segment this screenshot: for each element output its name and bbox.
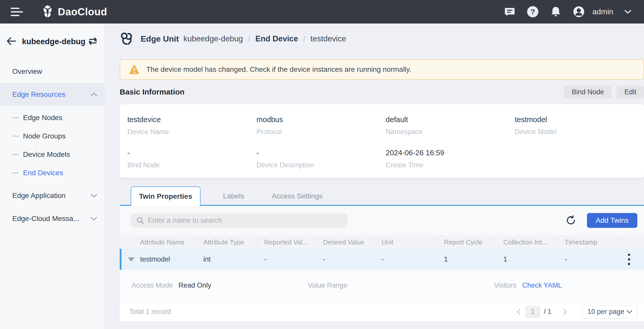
cell-desired-value: - (315, 255, 374, 263)
column-timestamp[interactable]: Timestamp (557, 238, 617, 247)
basic-information-card: testdeviceDevice Name modbusProtocol def… (120, 104, 644, 178)
dash-icon (12, 172, 19, 173)
column-reported-value[interactable]: Reported Val... (257, 238, 315, 247)
daocloud-logo-icon (41, 5, 54, 19)
sidebar-nav: Overview Edge Resources Edge Nodes Node … (0, 60, 105, 230)
field-protocol: modbusProtocol (257, 115, 386, 136)
edge-unit-title: kubeedge-debug (22, 37, 88, 46)
menu-toggle-icon[interactable] (11, 6, 24, 17)
bind-node-button[interactable]: Bind Node (564, 86, 612, 98)
check-yaml-link[interactable]: Check YAML (522, 281, 562, 289)
search-input[interactable] (131, 213, 348, 228)
tab-labels[interactable]: Labels (218, 186, 249, 206)
prev-page-icon[interactable] (512, 308, 525, 316)
visitors-label: Visitors (494, 281, 517, 289)
avatar[interactable] (573, 6, 585, 18)
chevron-up-icon (90, 92, 97, 97)
breadcrumb-section: Edge Unit (141, 34, 179, 44)
cell-unit: - (374, 255, 436, 263)
switch-unit-icon[interactable] (88, 36, 98, 47)
help-icon[interactable]: ? (527, 6, 539, 18)
table-row[interactable]: testmodel int - - - 1 1 - (120, 249, 644, 270)
column-collection-interval[interactable]: Collection Int... (496, 238, 557, 247)
column-attribute-name[interactable]: Attribute Name (120, 238, 196, 247)
notifications-bell-icon[interactable] (550, 6, 562, 18)
page-count: / 1 (544, 308, 551, 316)
basic-information-title: Basic Information (120, 88, 559, 96)
select-chevron-down-icon (626, 310, 632, 314)
message-icon[interactable] (504, 6, 516, 18)
add-twins-button[interactable]: Add Twins (587, 213, 637, 228)
user-name[interactable]: admin (592, 7, 613, 16)
sidebar-item-node-groups[interactable]: Node Groups (0, 127, 105, 145)
page-number-input[interactable]: 1 (525, 306, 540, 318)
sidebar-item-edge-application[interactable]: Edge Application (0, 184, 105, 207)
field-namespace: defaultNamespace (386, 115, 515, 136)
tab-access-settings[interactable]: Access Settings (267, 186, 328, 206)
access-mode-value: Read Only (179, 281, 211, 289)
breadcrumb: Edge Unit kubeedge-debug / End Device / … (120, 31, 644, 47)
cell-attribute-type: int (196, 255, 257, 263)
total-records: Total 1 record (129, 308, 512, 316)
breadcrumb-unit[interactable]: kubeedge-debug (183, 34, 243, 43)
main-content: Edge Unit kubeedge-debug / End Device / … (105, 24, 644, 329)
field-create-time: 2024-06-26 16:59Create Time (386, 149, 515, 169)
breadcrumb-end-device[interactable]: End Device (255, 34, 298, 43)
tab-twin-properties[interactable]: Twin Properties (131, 186, 201, 206)
brand-name: DaoCloud (58, 6, 107, 18)
field-device-model: testmodelDevice Model (515, 115, 644, 136)
row-actions-kebab-icon[interactable] (628, 253, 630, 265)
edit-button[interactable]: Edit (617, 86, 644, 98)
cell-timestamp: - (557, 255, 617, 263)
search-icon (136, 217, 145, 225)
column-unit[interactable]: Unit (374, 238, 436, 247)
cell-report-cycle: 1 (436, 255, 496, 263)
cell-collection-interval: 1 (496, 255, 557, 263)
field-device-description: -Device Description (257, 149, 386, 169)
refresh-icon[interactable] (565, 215, 576, 226)
dash-icon (12, 117, 19, 118)
row-detail: Access Mode Read Only Value Range Visito… (120, 270, 644, 302)
breadcrumb-current: testdevice (310, 34, 346, 43)
edge-unit-logo-icon (120, 32, 134, 46)
sidebar-item-end-devices[interactable]: End Devices (0, 164, 105, 182)
topbar: DaoCloud ? admin (0, 0, 644, 24)
column-report-cycle[interactable]: Report Cycle (436, 238, 496, 247)
field-bind-node: -Bind Node (127, 149, 257, 169)
cell-reported-value: - (257, 255, 315, 263)
sidebar-item-edge-resources[interactable]: Edge Resources (0, 83, 105, 106)
column-attribute-type[interactable]: Attribute Type (196, 238, 257, 247)
next-page-icon[interactable] (558, 308, 571, 316)
dash-icon (12, 136, 19, 137)
field-device-name: testdeviceDevice Name (127, 115, 257, 136)
collapse-row-icon[interactable] (128, 257, 135, 262)
chevron-down-icon (90, 193, 97, 198)
cell-attribute-name: testmodel (140, 255, 170, 263)
dash-icon (12, 154, 19, 155)
warning-banner: The device model has changed. Check if t… (120, 59, 644, 80)
access-mode-label: Access Mode (131, 281, 173, 289)
user-chevron-down-icon[interactable] (622, 6, 634, 18)
per-page-select[interactable]: 10 per page (582, 306, 637, 318)
warning-icon (129, 64, 140, 75)
column-actions (617, 238, 644, 247)
sidebar-item-edge-cloud-message[interactable]: Edge-Cloud Messa... (0, 207, 105, 230)
sidebar: kubeedge-debug Overview Edge Resources E… (0, 24, 105, 329)
table-footer: Total 1 record 1 / 1 10 per page (120, 302, 644, 321)
chevron-down-icon (90, 216, 97, 221)
warning-text: The device model has changed. Check if t… (146, 65, 411, 74)
sidebar-item-overview[interactable]: Overview (0, 60, 105, 83)
twin-properties-panel: Add Twins Attribute Name Attribute Type … (120, 206, 644, 321)
sidebar-item-device-models[interactable]: Device Models (0, 145, 105, 164)
value-range-label: Value Range (308, 281, 347, 289)
sidebar-item-edge-nodes[interactable]: Edge Nodes (0, 109, 105, 127)
table-header: Attribute Name Attribute Type Reported V… (120, 236, 644, 249)
column-desired-value[interactable]: Desired Value (315, 238, 374, 247)
back-arrow-icon[interactable] (6, 37, 16, 47)
brand: DaoCloud (41, 5, 107, 19)
tab-bar: Twin Properties Labels Access Settings (120, 186, 644, 206)
